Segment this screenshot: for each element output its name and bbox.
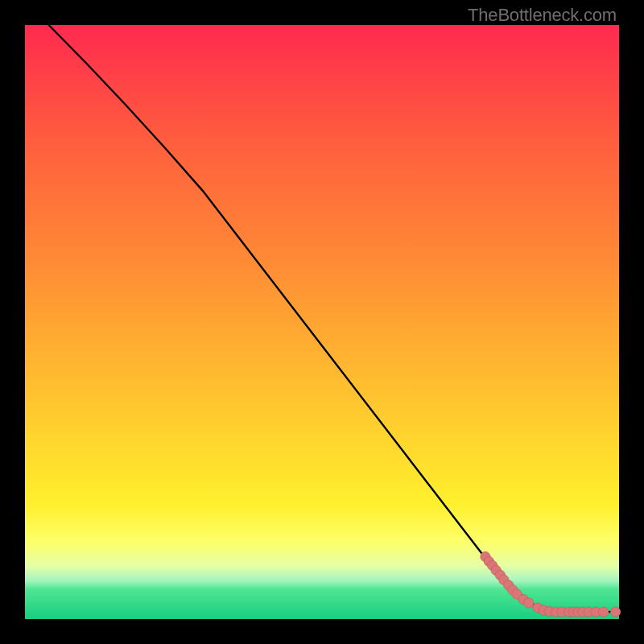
attribution-label: TheBottleneck.com (468, 5, 617, 26)
marker-point (599, 607, 609, 617)
marker-point (610, 607, 620, 617)
curve-line (49, 25, 619, 612)
chart-frame: TheBottleneck.com (0, 0, 644, 644)
plot-area (25, 25, 619, 619)
marker-point (524, 598, 534, 608)
chart-svg (25, 25, 619, 619)
marker-group (481, 551, 621, 617)
